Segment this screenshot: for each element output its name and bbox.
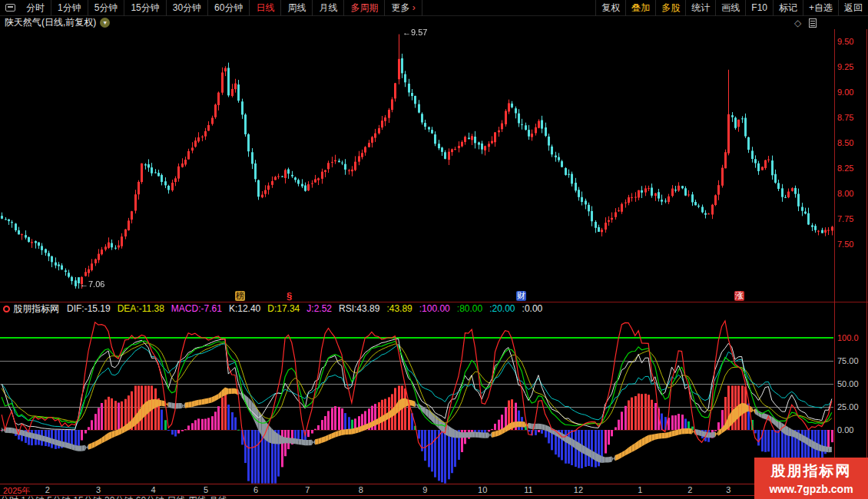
indicator-source-label: 股朋指标网 xyxy=(13,302,59,316)
indicator-value: DEA:-11.38 xyxy=(118,303,164,314)
period-tab-60分钟[interactable]: 60分钟 xyxy=(208,0,250,16)
period-tab-日线[interactable]: 日线 xyxy=(250,0,281,16)
indicator-axis-label: 75.00 xyxy=(837,356,859,365)
high-price-annotation: ←9.57 xyxy=(403,28,427,37)
month-label: 4 xyxy=(151,485,156,494)
indicator-value: :100.00 xyxy=(419,303,450,314)
clipped-bottom-toolbar: 分时 1分钟 5分钟 15分钟 30分钟 60分钟 日线 周线 月线 xyxy=(0,496,833,499)
more-arrow-icon: › xyxy=(409,2,415,13)
price-axis: 9.509.259.008.758.508.258.007.757.50 xyxy=(837,29,867,290)
watermark-site-name: 股朋指标网 xyxy=(754,461,868,481)
indicator-value: :43.89 xyxy=(386,303,412,314)
month-label: 8 xyxy=(359,485,363,494)
month-label: 2 xyxy=(45,485,50,494)
chevron-down-icon[interactable]: ▼ xyxy=(100,18,110,28)
price-axis-label: 8.00 xyxy=(837,189,853,198)
clipped-toolbar-text: 分时 1分钟 5分钟 15分钟 30分钟 60分钟 日线 周线 月线 xyxy=(0,496,227,499)
period-tab-分时[interactable]: 分时 xyxy=(20,0,51,16)
indicator-value: :0.00 xyxy=(522,303,543,314)
month-label: 3 xyxy=(726,485,731,494)
event-marker-涨[interactable]: 涨 xyxy=(734,291,744,301)
event-marker-§[interactable]: § xyxy=(284,291,294,301)
indicator-chart[interactable] xyxy=(0,315,833,484)
period-tab-多周期[interactable]: 多周期 xyxy=(344,0,385,16)
stock-title: 陕天然气(日线,前复权) xyxy=(5,16,96,29)
site-watermark: 股朋指标网 www.7gpzb.com xyxy=(754,458,868,499)
indicator-axis-label: 0.00 xyxy=(837,425,853,435)
event-marker-财[interactable]: 财 xyxy=(516,291,526,301)
right-border-line xyxy=(866,29,867,484)
tool-叠加[interactable]: 叠加 xyxy=(625,0,655,16)
window-icon[interactable] xyxy=(5,4,15,12)
indicator-value: :20.00 xyxy=(489,303,515,314)
tool-返回[interactable]: 返回 xyxy=(838,0,868,16)
price-axis-label: 8.75 xyxy=(837,113,853,122)
indicator-value: DIF:-15.19 xyxy=(67,303,111,314)
page-icon[interactable] xyxy=(809,18,817,28)
time-axis: 23456789101112123 xyxy=(0,485,833,495)
site-logo-icon xyxy=(3,306,10,312)
month-label: 9 xyxy=(422,485,427,494)
indicator-axis-label: 50.00 xyxy=(837,379,859,388)
tool-画线[interactable]: 画线 xyxy=(715,0,745,16)
tool-复权[interactable]: 复权 xyxy=(595,0,625,16)
indicator-axis-label: 100.0 xyxy=(837,333,859,342)
price-axis-label: 8.50 xyxy=(837,138,853,147)
price-axis-label: 9.50 xyxy=(837,37,853,46)
tool-统计[interactable]: 统计 xyxy=(685,0,715,16)
price-axis-label: 8.25 xyxy=(837,164,853,173)
tool-F10[interactable]: F10 xyxy=(745,0,773,16)
candlestick-chart[interactable] xyxy=(0,29,833,290)
month-label: 3 xyxy=(96,485,101,494)
indicator-values: DIF:-15.19DEA:-11.38MACD:-7.61K:12.40D:1… xyxy=(67,303,549,314)
indicator-value: RSI:43.89 xyxy=(339,303,379,314)
month-label: 12 xyxy=(574,485,583,494)
month-label: 7 xyxy=(305,485,310,494)
indicator-value: :80.00 xyxy=(457,303,482,314)
period-tab-月线[interactable]: 月线 xyxy=(313,0,344,16)
indicator-value: MACD:-7.61 xyxy=(171,303,222,314)
period-toolbar: 分时1分钟5分钟15分钟30分钟60分钟日线周线月线多周期更多 › 复权叠加多股… xyxy=(0,0,868,16)
period-tab-5分钟[interactable]: 5分钟 xyxy=(88,0,125,16)
indicator-axis-label: 25.00 xyxy=(837,402,859,411)
trading-app-window: 分时1分钟5分钟15分钟30分钟60分钟日线周线月线多周期更多 › 复权叠加多股… xyxy=(0,0,868,499)
indicator-value: D:17.34 xyxy=(267,303,300,314)
indicator-header: 股朋指标网 DIF:-15.19DEA:-11.38MACD:-7.61K:12… xyxy=(0,302,868,315)
watermark-url: www.7gpzb.com xyxy=(754,483,868,495)
event-marker-strip: 榜§财涨 xyxy=(0,290,833,302)
title-bar: 陕天然气(日线,前复权) ▼ ◇ xyxy=(0,16,868,29)
tool-多股[interactable]: 多股 xyxy=(655,0,685,16)
tool-标记[interactable]: 标记 xyxy=(773,0,803,16)
indicator-value: J:2.52 xyxy=(306,303,332,314)
period-tabs: 分时1分钟5分钟15分钟30分钟60分钟日线周线月线多周期更多 › xyxy=(20,0,422,16)
month-label: 6 xyxy=(253,485,258,494)
price-axis-label: 7.50 xyxy=(837,240,853,249)
indicator-value: K:12.40 xyxy=(229,303,260,314)
month-label: 5 xyxy=(204,485,208,494)
axis-separator-line xyxy=(834,29,835,484)
month-label: 10 xyxy=(478,485,487,494)
tool-+自选[interactable]: +自选 xyxy=(803,0,838,16)
period-tab-更多[interactable]: 更多 › xyxy=(385,0,422,16)
diamond-icon[interactable]: ◇ xyxy=(794,18,801,28)
toolbar-right: 复权叠加多股统计画线F10标记+自选返回 xyxy=(595,0,868,16)
low-price-annotation: ←7.06 xyxy=(80,279,104,289)
price-axis-label: 9.00 xyxy=(837,88,853,97)
month-label: 1 xyxy=(638,485,642,494)
price-axis-label: 7.75 xyxy=(837,214,853,223)
period-tab-30分钟[interactable]: 30分钟 xyxy=(167,0,208,16)
period-tab-周线[interactable]: 周线 xyxy=(281,0,313,16)
price-axis-label: 9.25 xyxy=(837,62,853,71)
period-tab-1分钟[interactable]: 1分钟 xyxy=(51,0,88,16)
month-label: 2 xyxy=(687,485,692,494)
period-tab-15分钟[interactable]: 15分钟 xyxy=(124,0,166,16)
event-marker-榜[interactable]: 榜 xyxy=(235,291,245,301)
month-label: 11 xyxy=(524,485,532,494)
axis-top-line xyxy=(0,484,868,484)
